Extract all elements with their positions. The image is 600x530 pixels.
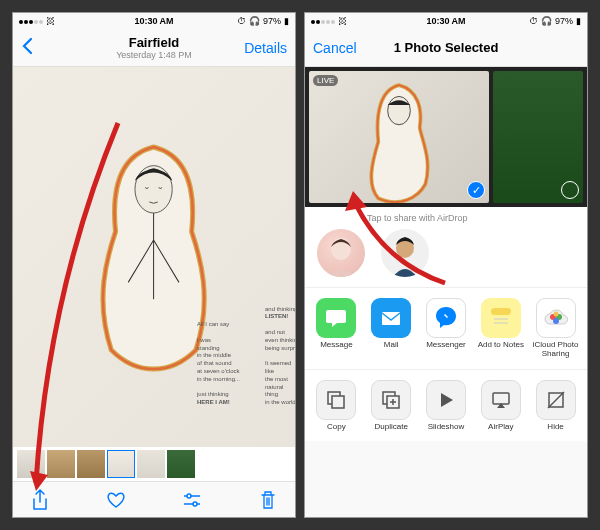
thumb[interactable] <box>167 450 195 478</box>
svg-point-0 <box>135 166 172 213</box>
thumb[interactable] <box>77 450 105 478</box>
svg-rect-6 <box>382 312 400 325</box>
status-bar: ᯼ 10:30 AM ⏱🎧 97% ▮ <box>305 13 587 29</box>
thumb-selected[interactable] <box>107 450 135 478</box>
share-icon[interactable] <box>29 489 51 511</box>
details-button[interactable]: Details <box>227 40 287 56</box>
trash-icon[interactable] <box>257 489 279 511</box>
cancel-button[interactable]: Cancel <box>313 40 373 56</box>
share-action-copy[interactable]: Copy <box>309 380 364 432</box>
nav-title: Fairfield <box>81 35 227 50</box>
share-action-slideshow[interactable]: Slideshow <box>419 380 474 432</box>
status-bar: ᯼ 10:30 AM ⏱🎧 97% ▮ <box>13 13 295 29</box>
svg-point-1 <box>187 494 191 498</box>
selection-check-icon[interactable]: ✓ <box>467 181 485 199</box>
phone-left-photo-detail: ᯼ 10:30 AM ⏱🎧 97% ▮ Fairfield Yesterday … <box>12 12 296 518</box>
svg-point-2 <box>193 502 197 506</box>
status-battery: 97% <box>555 16 573 26</box>
thumb[interactable] <box>47 450 75 478</box>
share-apps-row: MessageMailMessengerAdd to NotesiCloud P… <box>305 287 587 369</box>
back-button[interactable] <box>21 37 81 58</box>
heart-icon[interactable] <box>105 489 127 511</box>
thumbnail-strip[interactable] <box>13 447 295 481</box>
share-app-add-to-notes[interactable]: Add to Notes <box>473 298 528 359</box>
share-action-hide[interactable]: Hide <box>528 380 583 432</box>
share-action-duplicate[interactable]: Duplicate <box>364 380 419 432</box>
airdrop-label: Tap to share with AirDrop <box>305 213 587 229</box>
selection-check-icon[interactable] <box>561 181 579 199</box>
airdrop-contacts <box>305 229 587 277</box>
share-actions-row: CopyDuplicateSlideshowAirPlayHide <box>305 369 587 442</box>
photo-picker[interactable]: LIVE ✓ <box>305 67 587 207</box>
photo-viewer[interactable]: All I can sayI wasstandingin the middleo… <box>13 67 295 447</box>
share-app-mail[interactable]: Mail <box>364 298 419 359</box>
svg-rect-16 <box>332 396 344 408</box>
share-action-airplay[interactable]: AirPlay <box>473 380 528 432</box>
svg-point-13 <box>553 318 559 324</box>
status-time: 10:30 AM <box>401 16 491 26</box>
nav-subtitle: Yesterday 1:48 PM <box>81 50 227 60</box>
thumb[interactable] <box>17 450 45 478</box>
svg-line-21 <box>548 392 564 408</box>
status-time: 10:30 AM <box>109 16 199 26</box>
thumb[interactable] <box>137 450 165 478</box>
nav-bar: Fairfield Yesterday 1:48 PM Details <box>13 29 295 67</box>
share-nav-bar: Cancel 1 Photo Selected <box>305 29 587 67</box>
share-app-icloud-photo-sharing[interactable]: iCloud Photo Sharing <box>528 298 583 359</box>
share-app-message[interactable]: Message <box>309 298 364 359</box>
airdrop-contact[interactable] <box>381 229 429 277</box>
svg-point-14 <box>553 312 558 317</box>
sliders-icon[interactable] <box>181 489 203 511</box>
svg-rect-8 <box>491 308 511 315</box>
share-app-messenger[interactable]: Messenger <box>419 298 474 359</box>
airdrop-contact[interactable] <box>317 229 365 277</box>
phone-right-share-sheet: ᯼ 10:30 AM ⏱🎧 97% ▮ Cancel 1 Photo Selec… <box>304 12 588 518</box>
bottom-toolbar <box>13 481 295 517</box>
picker-photo[interactable]: LIVE ✓ <box>309 71 489 203</box>
status-battery: 97% <box>263 16 281 26</box>
svg-rect-19 <box>493 393 509 404</box>
picker-photo[interactable] <box>493 71 583 203</box>
share-title: 1 Photo Selected <box>373 40 519 55</box>
